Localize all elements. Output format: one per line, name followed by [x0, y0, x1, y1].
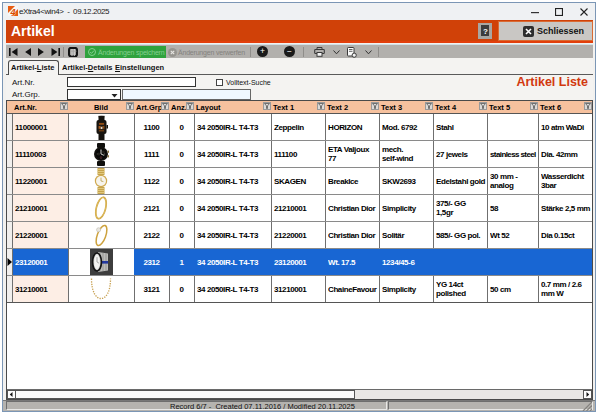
svg-text:4: 4 [10, 7, 16, 16]
svg-text:?: ? [483, 27, 488, 36]
